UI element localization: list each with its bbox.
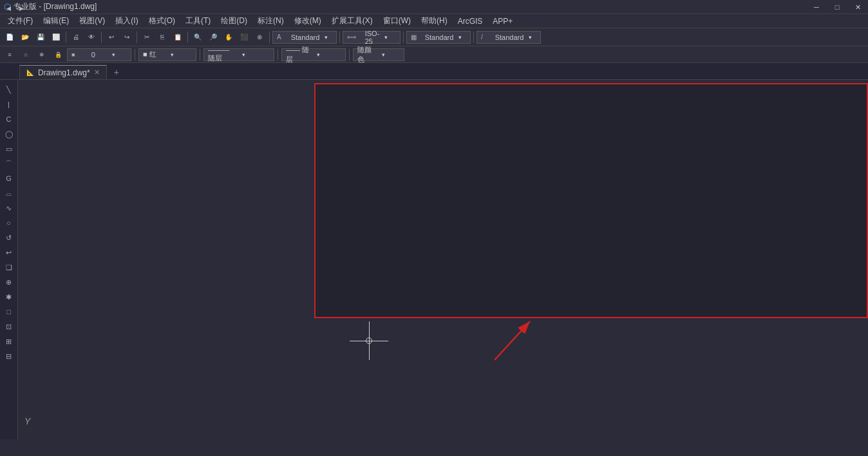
cut-btn[interactable]: ✂ [140,30,154,44]
layer-freeze-btn[interactable]: ❄ [35,48,49,62]
redo-btn[interactable]: ↪ [120,30,134,44]
drawing-viewport [314,83,868,318]
zoom-all-btn[interactable]: ⬛ [237,30,251,44]
maximize-button[interactable]: □ [827,0,847,14]
tab-left-btn[interactable]: ◀ [3,3,14,14]
sep8 [473,32,474,43]
arrow-indicator [488,315,540,368]
tab-label: Drawing1.dwg* [38,68,90,77]
grid-tool-btn[interactable]: ⊞ [2,334,16,348]
dim-style-dropdown[interactable]: ⟺ ISO-25 ▾ [343,31,401,44]
select-tool-btn[interactable]: ╲ [2,82,16,97]
saveas-btn[interactable]: ⬜ [49,30,63,44]
sep7 [403,32,404,43]
copy-btn[interactable]: ⎘ [155,30,169,44]
sep2 [101,32,102,43]
menu-item-插入i[interactable]: 插入(I) [110,14,143,28]
sep-t2-1 [135,49,135,61]
tab-bar: ◀ ▶ 📐 Drawing1.dwg* ✕ + [0,63,868,80]
tab-right-btn[interactable]: ▶ [15,3,27,14]
zoom-in-btn[interactable]: 🔍 [191,30,205,44]
copy-tool-btn[interactable]: ❑ [2,260,16,274]
menu-item-绘图d[interactable]: 绘图(D) [216,14,252,28]
new-btn[interactable]: 📄 [3,30,17,44]
menu-item-扩展工具x[interactable]: 扩展工具(X) [326,14,378,28]
paste-btn[interactable]: 📋 [171,30,185,44]
close-button[interactable]: ✕ [847,0,868,14]
menu-item-工具t[interactable]: 工具(T) [180,14,216,28]
layer-state-btn[interactable]: ☆ [19,48,33,62]
menu-item-格式o[interactable]: 格式(O) [144,14,180,28]
window-controls: ─ □ ✕ [806,0,868,14]
menu-item-arcgis[interactable]: ArcGIS [453,15,488,27]
lineweight-dropdown[interactable]: —— 随层 ▾ [281,48,346,61]
print-btn[interactable]: 🖨 [69,30,83,44]
ellipse-tool-btn[interactable]: ◯ [2,127,16,141]
linetype-dropdown[interactable]: ——— 随层 ▾ [203,48,274,61]
sep4 [187,32,188,43]
sep3 [137,32,137,43]
sep-t2-4 [349,49,350,61]
menu-item-编辑e[interactable]: 编辑(E) [38,14,74,28]
table-style-dropdown[interactable]: ▦ Standard ▾ [406,31,471,44]
open-btn[interactable]: 📂 [18,30,32,44]
rotate-tool-btn[interactable]: ↺ [2,231,16,245]
menu-item-文件f[interactable]: 文件(F) [3,14,38,28]
main-area: ╲ | C ◯ ▭ ⌒ G ⌓ ∿ ○ ↺ ↩ ❑ ⊕ ✱ □ ⊡ ⊞ ⊟ [0,80,868,439]
menu-bar: 文件(F)编辑(E)视图(V)插入(I)格式(O)工具(T)绘图(D)标注(N)… [0,14,868,28]
left-toolbar: ╲ | C ◯ ▭ ⌒ G ⌓ ∿ ○ ↺ ↩ ❑ ⊕ ✱ □ ⊡ ⊞ ⊟ [0,80,18,439]
sep1 [66,32,66,43]
title-bar: ⬡ 专业版 - [Drawing1.dwg] ─ □ ✕ [0,0,868,14]
rect-tool-btn[interactable]: ▭ [2,142,16,156]
orbit-btn[interactable]: ⊕ [252,30,267,44]
hatch-tool-btn[interactable]: ⊟ [2,349,16,363]
multileader-style-dropdown[interactable]: / Standard ▾ [476,31,541,44]
menu-item-视图v[interactable]: 视图(V) [74,14,110,28]
tab-icon: 📐 [26,69,34,76]
text-style-dropdown[interactable]: A Standard ▾ [272,31,337,44]
point-tool-btn[interactable]: ○ [2,216,16,230]
layer-dropdown[interactable]: ■ 0 ▾ [67,48,131,61]
crosshair-circle [366,337,372,344]
preview-btn[interactable]: 👁 [84,30,99,44]
toolbar1: 📄 📂 💾 ⬜ 🖨 👁 ↩ ↪ ✂ ⎘ 📋 🔍 🔎 ✋ ⬛ ⊕ A Standa… [0,28,868,46]
sep-t2-2 [200,49,200,61]
rotate-g-btn[interactable]: G [2,171,16,185]
pan-btn[interactable]: ✋ [222,30,236,44]
zoom-out-btn[interactable]: 🔎 [206,30,220,44]
tab-drawing1[interactable]: 📐 Drawing1.dwg* ✕ [19,65,107,79]
sep-t2-3 [278,49,278,61]
poly-tool-btn[interactable]: ⌓ [2,186,16,200]
circle-tool-btn[interactable]: C [2,112,16,126]
svg-line-0 [495,321,530,360]
menu-item-修改m[interactable]: 修改(M) [289,14,326,28]
line-tool-btn[interactable]: | [2,97,16,111]
toolbar2: ≡ ☆ ❄ 🔒 ■ 0 ▾ ■ 红 ▾ ——— 随层 ▾ —— 随层 ▾ 随颜色… [0,46,868,63]
color-dropdown[interactable]: ■ 红 ▾ [138,48,196,61]
menu-item-app+[interactable]: APP+ [487,15,518,27]
arc-tool-btn[interactable]: ⌒ [2,157,16,171]
sep6 [339,32,340,43]
tab-close-btn[interactable]: ✕ [94,68,100,77]
layer-props-btn[interactable]: ≡ [3,48,17,62]
linecolor-dropdown[interactable]: 随颜色 ▾ [353,48,404,61]
insert-tool-btn[interactable]: ⊡ [2,319,16,334]
explode-tool-btn[interactable]: ✱ [2,290,16,304]
layer-lock-btn[interactable]: 🔒 [51,48,65,62]
block-tool-btn[interactable]: □ [2,305,16,319]
minimize-button[interactable]: ─ [806,0,827,14]
back-tool-btn[interactable]: ↩ [2,245,16,260]
wave-tool-btn[interactable]: ∿ [2,201,16,215]
trim-tool-btn[interactable]: ⊕ [2,275,16,289]
menu-item-帮助h[interactable]: 帮助(H) [416,14,453,28]
menu-item-窗口w[interactable]: 窗口(W) [378,14,416,28]
undo-btn[interactable]: ↩ [104,30,118,44]
sep5 [269,32,270,43]
canvas-area[interactable]: Y [18,80,868,439]
new-tab-btn[interactable]: + [109,65,124,79]
y-axis-label: Y [24,416,30,426]
save-btn[interactable]: 💾 [33,30,48,44]
menu-item-标注n[interactable]: 标注(N) [252,14,289,28]
